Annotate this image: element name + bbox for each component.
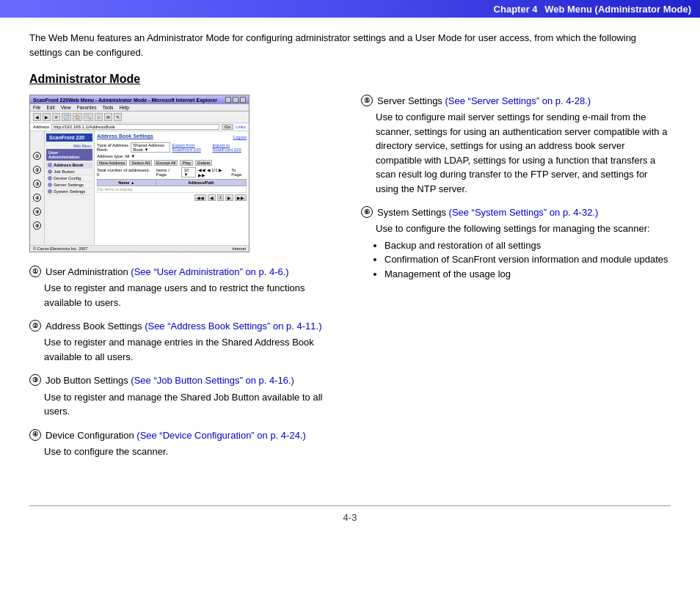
item-header-5: ⑤Server Settings (See “Server Settings” … xyxy=(361,95,671,108)
callout-circle-4: ④ xyxy=(29,429,41,441)
item-block-2: ②Address Book Settings (See “Address Boo… xyxy=(29,320,339,364)
page-number: 4-3 xyxy=(343,512,357,523)
sim-titlebar-buttons xyxy=(225,97,246,103)
item-desc-4: Use to configure the scanner. xyxy=(44,444,339,459)
item-title-5: Server Settings (See “Server Settings” o… xyxy=(377,95,591,108)
callout-circle-1: ① xyxy=(29,266,41,277)
sim-toolbar: ◀ ▶ ✕ 🔄 🏠 🔍 ☆ ✉ ✎ xyxy=(30,111,249,123)
item-link-5[interactable]: (See “Server Settings” on p. 4-28.) xyxy=(445,95,591,106)
header-chapter: Chapter 4 Web Menu (Administrator Mode) xyxy=(494,4,691,15)
item-bullets-6: Backup and restoration of all settingsCo… xyxy=(384,238,671,282)
footer: 4-3 xyxy=(29,505,671,523)
sim-titlebar: ScanFront 220Web Menu - Administrator Mo… xyxy=(30,95,249,104)
item-block-5: ⑤Server Settings (See “Server Settings” … xyxy=(361,95,671,196)
item-link-4[interactable]: (See “Device Configuration” on p. 4-24.) xyxy=(136,430,306,441)
bullet-item: Backup and restoration of all settings xyxy=(384,238,671,253)
item-header-1: ①User Administration (See “User Administ… xyxy=(29,266,339,279)
section-title: Administrator Mode xyxy=(29,73,671,86)
callout-circle-5: ⑤ xyxy=(361,95,373,106)
header-bar: Chapter 4 Web Menu (Administrator Mode) xyxy=(0,0,700,18)
item-header-3: ③Job Button Settings (See “Job Button Se… xyxy=(29,374,339,387)
item-desc-3: Use to register and manage the Shared Jo… xyxy=(44,390,339,419)
sim-address-bar: Address http://192.168.1.1/AddressBook G… xyxy=(30,123,249,131)
sim-body: ① ② ③ ④ ⑤ ⑥ ScanFront 220 Web Menu User … xyxy=(30,131,249,245)
callout-circle-2: ② xyxy=(29,320,41,332)
left-column: ScanFront 220Web Menu - Administrator Mo… xyxy=(29,95,339,469)
item-desc-2: Use to register and manage entries in th… xyxy=(44,335,339,364)
item-block-1: ①User Administration (See “User Administ… xyxy=(29,266,339,310)
sim-restore-btn xyxy=(233,97,238,103)
sim-menubar: File Edit View Favorites Tools Help xyxy=(30,104,249,111)
sim-statusbar: © Canon Electronics Inc. 2007 Internet xyxy=(30,245,249,252)
item-title-4: Device Configuration (See “Device Config… xyxy=(45,429,306,442)
item-link-3[interactable]: (See “Job Button Settings” on p. 4-16.) xyxy=(131,375,294,386)
item-title-1: User Administration (See “User Administr… xyxy=(45,266,289,279)
item-block-4: ④Device Configuration (See “Device Confi… xyxy=(29,429,339,459)
bullet-item: Management of the usage log xyxy=(384,267,671,282)
item-desc-6: Use to configure the following settings … xyxy=(376,222,671,236)
intro-text: The Web Menu features an Administrator M… xyxy=(29,31,671,59)
callout-circle-6: ⑥ xyxy=(361,206,373,218)
sim-close-btn xyxy=(240,97,246,103)
sim-nav-sidebar: ScanFront 220 Web Menu User Administrati… xyxy=(45,131,95,245)
sim-logo: ScanFront 220 xyxy=(46,133,92,142)
item-link-1[interactable]: (See “User Administration” on p. 4-6.) xyxy=(131,266,288,277)
callout-circle-3: ③ xyxy=(29,374,41,386)
item-header-2: ②Address Book Settings (See “Address Boo… xyxy=(29,320,339,333)
item-title-3: Job Button Settings (See “Job Button Set… xyxy=(45,374,294,387)
item-desc-1: Use to register and manage users and to … xyxy=(44,281,339,310)
items-right: ⑤Server Settings (See “Server Settings” … xyxy=(361,95,671,281)
item-block-3: ③Job Button Settings (See “Job Button Se… xyxy=(29,374,339,418)
screenshot-box: ScanFront 220Web Menu - Administrator Mo… xyxy=(29,95,249,252)
sim-callout-sidebar: ① ② ③ ④ ⑤ ⑥ xyxy=(30,131,45,245)
sim-table: Name ▲ Address/Path No items to display. xyxy=(97,179,247,193)
items-left: ①User Administration (See “User Administ… xyxy=(29,266,339,458)
item-title-6: System Settings (See “System Settings” o… xyxy=(377,206,598,219)
item-desc-5: Use to configure mail server settings fo… xyxy=(376,110,671,196)
item-link-2[interactable]: (See “Address Book Settings” on p. 4-11.… xyxy=(145,321,321,332)
content-layout: ScanFront 220Web Menu - Administrator Mo… xyxy=(29,95,671,469)
item-title-2: Address Book Settings (See “Address Book… xyxy=(45,320,322,333)
sim-minimize-btn xyxy=(225,97,231,103)
sim-main-panel: Address Book Settings Logout Type of Add… xyxy=(95,131,249,245)
right-column: ⑤Server Settings (See “Server Settings” … xyxy=(361,95,671,469)
bullet-item: Confirmation of ScanFront version inform… xyxy=(384,252,671,267)
simulated-browser: ScanFront 220Web Menu - Administrator Mo… xyxy=(30,95,249,252)
item-header-4: ④Device Configuration (See “Device Confi… xyxy=(29,429,339,442)
item-header-6: ⑥System Settings (See “System Settings” … xyxy=(361,206,671,219)
main-content: The Web Menu features an Administrator M… xyxy=(0,18,700,491)
item-block-6: ⑥System Settings (See “System Settings” … xyxy=(361,206,671,281)
item-link-6[interactable]: (See “System Settings” on p. 4-32.) xyxy=(449,207,599,218)
